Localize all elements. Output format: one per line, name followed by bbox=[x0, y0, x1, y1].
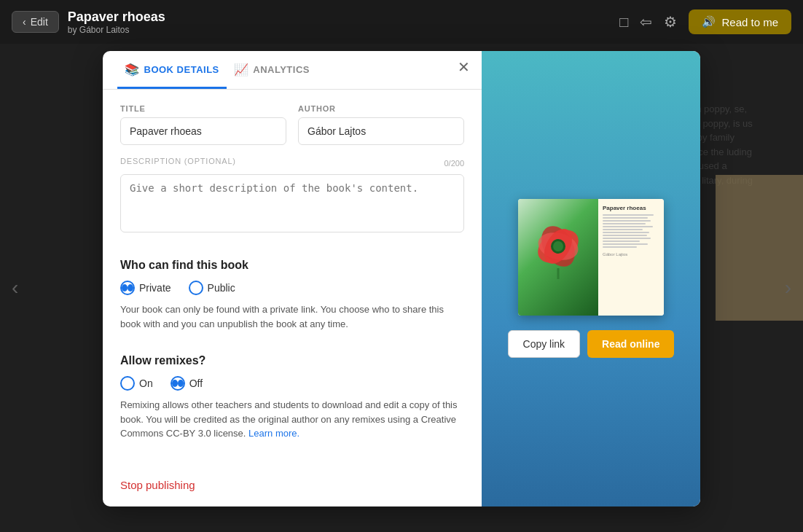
preview-book-title: Papaver rhoeas bbox=[603, 205, 659, 211]
top-bar: ‹ Edit Papaver rhoeas by Gábor Laitos □ … bbox=[0, 0, 803, 44]
title-label: TITLE bbox=[120, 104, 286, 113]
book-preview: Papaver rhoeas bbox=[518, 199, 664, 316]
share-icon[interactable]: ⇦ bbox=[640, 13, 652, 31]
author-label: AUTHOR bbox=[298, 104, 464, 113]
visibility-helper-text: Your book can only be found with a priva… bbox=[120, 302, 464, 331]
remix-off-option[interactable]: Off bbox=[171, 376, 203, 391]
preview-text-half: Papaver rhoeas bbox=[598, 199, 664, 316]
stop-publishing-section: Stop publishing bbox=[103, 464, 482, 492]
private-radio-circle bbox=[120, 281, 135, 295]
tab-book-details-label: BOOK DETAILS bbox=[144, 64, 219, 75]
remix-on-circle bbox=[120, 376, 135, 391]
settings-icon[interactable]: ⚙ bbox=[664, 13, 677, 31]
remix-off-label: Off bbox=[189, 378, 203, 389]
close-button[interactable]: ✕ bbox=[458, 60, 470, 74]
public-radio-label: Public bbox=[208, 282, 235, 294]
speaker-icon: 🔊 bbox=[702, 15, 716, 28]
learn-more-link[interactable]: Learn more. bbox=[248, 428, 299, 439]
private-radio-label: Private bbox=[139, 282, 171, 294]
preview-author: Gábor Lajtos bbox=[603, 252, 659, 257]
description-header: DESCRIPTION (optional) 0/200 bbox=[120, 157, 464, 170]
tab-analytics[interactable]: 📈 ANALYTICS bbox=[227, 51, 317, 89]
preview-lines bbox=[603, 214, 659, 248]
description-group: DESCRIPTION (optional) 0/200 bbox=[120, 157, 464, 232]
read-to-me-label: Read to me bbox=[721, 16, 778, 28]
description-label: DESCRIPTION (optional) bbox=[120, 157, 236, 165]
remix-title: Allow remixes? bbox=[120, 354, 464, 367]
modal-dialog: 📚 BOOK DETAILS 📈 ANALYTICS ✕ TITLE bbox=[103, 51, 700, 506]
action-buttons: Copy link Read online bbox=[508, 330, 675, 358]
remix-on-option[interactable]: On bbox=[120, 376, 153, 391]
modal-backdrop: 📚 BOOK DETAILS 📈 ANALYTICS ✕ TITLE bbox=[0, 44, 803, 532]
top-bar-left: ‹ Edit Papaver rhoeas by Gábor Laitos bbox=[12, 9, 165, 35]
copy-link-button[interactable]: Copy link bbox=[508, 330, 581, 358]
char-count: 0/200 bbox=[444, 159, 464, 168]
tab-bar: 📚 BOOK DETAILS 📈 ANALYTICS ✕ bbox=[103, 51, 482, 90]
remix-helper-text: Remixing allows other teachers and stude… bbox=[120, 398, 464, 441]
remix-radio-group: On Off bbox=[120, 376, 464, 391]
preview-image-half bbox=[518, 199, 598, 316]
svg-point-5 bbox=[553, 241, 563, 251]
top-bar-right: □ ⇦ ⚙ 🔊 Read to me bbox=[619, 9, 791, 34]
title-author-row: TITLE AUTHOR bbox=[120, 104, 464, 145]
public-radio-circle bbox=[189, 281, 203, 295]
public-radio-option[interactable]: Public bbox=[189, 281, 235, 295]
remix-on-label: On bbox=[139, 378, 153, 389]
visibility-section: Who can find this book Private Public Yo… bbox=[103, 247, 482, 354]
private-radio-option[interactable]: Private bbox=[120, 281, 171, 295]
edit-label: Edit bbox=[31, 16, 48, 28]
modal-right-panel: Papaver rhoeas bbox=[482, 51, 700, 506]
read-to-me-button[interactable]: 🔊 Read to me bbox=[689, 9, 791, 34]
title-input[interactable] bbox=[120, 117, 286, 145]
book-sub-title: by Gábor Laitos bbox=[68, 25, 165, 35]
title-group: TITLE bbox=[120, 104, 286, 145]
visibility-radio-group: Private Public bbox=[120, 281, 464, 295]
fullscreen-icon[interactable]: □ bbox=[619, 14, 628, 31]
book-preview-inner: Papaver rhoeas bbox=[518, 199, 664, 316]
poppy-icon bbox=[525, 214, 591, 279]
chevron-left-icon: ‹ bbox=[23, 16, 26, 28]
modal-left-panel: 📚 BOOK DETAILS 📈 ANALYTICS ✕ TITLE bbox=[103, 51, 482, 506]
book-main-title: Papaver rhoeas bbox=[68, 9, 165, 25]
description-textarea[interactable] bbox=[120, 174, 464, 232]
tab-book-details[interactable]: 📚 BOOK DETAILS bbox=[117, 51, 227, 89]
edit-button[interactable]: ‹ Edit bbox=[12, 11, 59, 33]
visibility-title: Who can find this book bbox=[120, 259, 464, 272]
author-group: AUTHOR bbox=[298, 104, 464, 145]
stop-publishing-link[interactable]: Stop publishing bbox=[120, 479, 195, 491]
author-input[interactable] bbox=[298, 117, 464, 145]
remix-section: Allow remixes? On Off Remixing allows ot… bbox=[103, 354, 482, 464]
remix-off-circle bbox=[171, 376, 185, 391]
read-online-button[interactable]: Read online bbox=[587, 330, 674, 358]
analytics-icon: 📈 bbox=[234, 63, 249, 77]
tab-analytics-label: ANALYTICS bbox=[253, 64, 310, 75]
form-area: TITLE AUTHOR DESCRIPTION (optional) 0/20… bbox=[103, 90, 482, 247]
book-title-area: Papaver rhoeas by Gábor Laitos bbox=[68, 9, 165, 35]
book-icon: 📚 bbox=[125, 63, 140, 77]
